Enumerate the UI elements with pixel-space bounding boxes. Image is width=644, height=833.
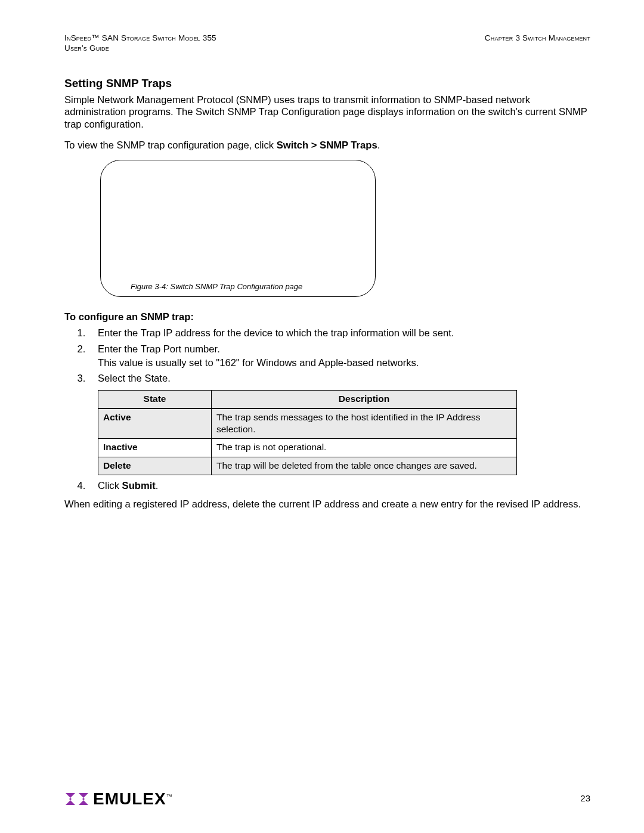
state-name: Inactive [98,439,212,457]
col-state: State [98,391,212,409]
section-heading: Setting SNMP Traps [64,76,590,91]
table-header-row: State Description [98,391,517,409]
table-row: Inactive The trap is not operational. [98,439,517,457]
step-1: Enter the Trap IP address for the device… [88,327,590,340]
col-description: Description [212,391,517,409]
procedure-heading: To configure an SNMP trap: [64,311,590,324]
state-desc: The trap is not operational. [212,439,517,457]
closing-note: When editing a registered IP address, de… [64,498,590,511]
nav-instruction: To view the SNMP trap configuration page… [64,140,590,152]
figure-caption: Figure 3-4: Switch SNMP Trap Configurati… [131,282,302,292]
nav-instruction-post: . [377,140,380,151]
submit-label: Submit [122,480,156,491]
page: InSpeed™ SAN Storage Switch Model 355 Us… [0,0,644,833]
step-4: Click Submit. [88,480,590,493]
procedure-list: Enter the Trap IP address for the device… [88,327,590,385]
state-name: Active [98,408,212,438]
state-table: State Description Active The trap sends … [98,390,517,475]
page-footer: EMULEX™ 23 [64,788,590,809]
emulex-logo: EMULEX™ [64,788,172,809]
state-desc: The trap sends messages to the host iden… [212,408,517,438]
emulex-logo-icon [64,789,89,809]
step-text: Enter the Trap Port number. [98,343,220,355]
step-post: . [156,480,159,491]
table-row: Delete The trap will be deleted from the… [98,457,517,475]
intro-paragraph: Simple Network Management Protocol (SNMP… [64,94,590,131]
state-desc: The trap will be deleted from the table … [212,457,517,475]
step-text: Select the State. [98,373,171,384]
nav-instruction-pre: To view the SNMP trap configuration page… [64,140,277,151]
table-row: Active The trap sends messages to the ho… [98,408,517,438]
nav-path: Switch > SNMP Traps [277,140,377,151]
figure-placeholder: Figure 3-4: Switch SNMP Trap Configurati… [100,160,376,297]
header-right: Chapter 3 Switch Management [485,33,590,54]
step-3: Select the State. [88,373,590,385]
header-left: InSpeed™ SAN Storage Switch Model 355 Us… [64,33,216,54]
state-name: Delete [98,457,212,475]
step-continuation: This value is usually set to "162" for W… [98,357,590,370]
page-number: 23 [580,793,590,804]
step-pre: Click [98,480,122,491]
step-2: Enter the Trap Port number. This value i… [88,343,590,369]
procedure-list-cont: Click Submit. [88,480,590,493]
emulex-logo-text: EMULEX™ [93,788,172,809]
step-text: Enter the Trap IP address for the device… [98,327,454,339]
running-header: InSpeed™ SAN Storage Switch Model 355 Us… [64,33,590,54]
